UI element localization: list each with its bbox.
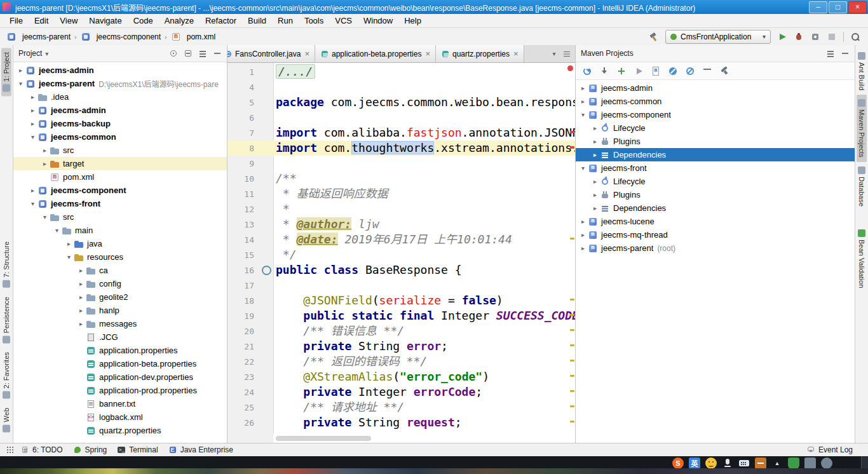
show-desktop-button[interactable] xyxy=(861,456,868,468)
menu-help[interactable]: Help xyxy=(398,16,427,25)
maven-tree-item-plugins[interactable]: ▸Plugins xyxy=(576,188,855,201)
code-line-16[interactable]: 16public class BaseResponse { xyxy=(227,262,575,278)
code-line-19[interactable]: 19 public static final Integer SUCCESS_C… xyxy=(227,308,575,323)
microphone-icon[interactable] xyxy=(722,457,733,469)
project-tree-item-jeecms-admin[interactable]: ▸jeecms-admin xyxy=(13,104,227,117)
menu-vcs[interactable]: VCS xyxy=(329,16,358,25)
code-line-18[interactable]: 18 @JSONField(serialize = false) xyxy=(227,293,575,308)
status-item-java-enterprise[interactable]: Java Enterprise xyxy=(168,445,233,454)
network-icon[interactable] xyxy=(804,457,816,469)
chevron-collapsed-icon[interactable]: ▸ xyxy=(590,138,600,145)
project-tree-item-idea[interactable]: ▸.idea xyxy=(13,90,227,104)
emoji-icon[interactable] xyxy=(705,457,717,469)
breadcrumb-jeecms-parent[interactable]: jeecms-parent xyxy=(6,32,71,42)
tool-window-switcher-icon[interactable] xyxy=(6,446,14,454)
maven-tree-item-jeecms-component[interactable]: ▾jeecms-component xyxy=(576,108,855,121)
menu-analyze[interactable]: Analyze xyxy=(159,16,200,25)
code-line-10[interactable]: 10/** xyxy=(227,171,575,186)
chevron-collapsed-icon[interactable]: ▸ xyxy=(578,98,588,105)
chevron-expanded-icon[interactable]: ▾ xyxy=(40,213,50,220)
chevron-collapsed-icon[interactable]: ▸ xyxy=(590,178,600,185)
project-tree-item-jeecms-parent[interactable]: ▾jeecms-parentD:\jeecmsX1\后端源码\jeecms-pa… xyxy=(13,77,227,90)
menu-refactor[interactable]: Refactor xyxy=(200,16,242,25)
run-button[interactable] xyxy=(777,32,787,42)
code-line-5[interactable]: 5package com.jeecms.common.weibo.bean.re… xyxy=(227,95,575,110)
chevron-expanded-icon[interactable]: ▾ xyxy=(52,227,62,234)
chevron-expanded-icon[interactable]: ▾ xyxy=(28,133,37,140)
chevron-collapsed-icon[interactable]: ▸ xyxy=(28,187,37,194)
maven-tree-item-jeecms-admin[interactable]: ▸jeecms-admin xyxy=(576,81,855,95)
tool-button-2-favorites[interactable]: 2: Favorites xyxy=(1,348,11,403)
chevron-collapsed-icon[interactable]: ▸ xyxy=(28,120,37,127)
download-sources-icon[interactable] xyxy=(599,65,610,77)
chevron-expanded-icon[interactable]: ▾ xyxy=(16,80,25,87)
warning-stripe-mark[interactable] xyxy=(570,390,574,392)
menu-view[interactable]: View xyxy=(54,16,83,25)
breadcrumb-jeecms-component[interactable]: jeecms-component xyxy=(81,32,161,42)
project-tree-item-jeecms-component[interactable]: ▸jeecms-component xyxy=(13,184,227,197)
collapse-all-icon[interactable] xyxy=(184,49,193,58)
project-tree-item-application-properties[interactable]: application.properties xyxy=(13,344,227,357)
code-line-24[interactable]: 24 private Integer errorCode; xyxy=(227,384,575,400)
chevron-collapsed-icon[interactable]: ▸ xyxy=(578,85,588,91)
tool-button-web[interactable]: Web xyxy=(1,403,11,437)
project-tree-item-resources[interactable]: ▾resources xyxy=(13,250,227,264)
coverage-button[interactable] xyxy=(810,32,820,42)
code-line-11[interactable]: 11 * 基础返回响应数据 xyxy=(227,186,575,201)
show-goal-icon[interactable] xyxy=(650,65,661,77)
code-line-15[interactable]: 15 */ xyxy=(227,247,575,262)
keyboard-icon[interactable] xyxy=(738,457,750,469)
status-item-terminal[interactable]: Terminal xyxy=(117,445,158,454)
code-editor[interactable]: 1/.../45package com.jeecms.common.weibo.… xyxy=(227,63,575,443)
chevron-collapsed-icon[interactable]: ▸ xyxy=(590,205,600,212)
code-line-22[interactable]: 22 /** 返回的错误码 **/ xyxy=(227,354,575,369)
english-mode-icon[interactable]: 英 xyxy=(689,457,700,469)
editor-tab-application-beta-properties[interactable]: application-beta.properties× xyxy=(315,45,436,62)
add-maven-project-icon[interactable] xyxy=(616,65,627,77)
tool-button-bean-validation[interactable]: Bean Validation xyxy=(857,225,867,292)
code-line-17[interactable]: 17 xyxy=(227,278,575,293)
warning-stripe-mark[interactable] xyxy=(570,238,574,240)
code-line-6[interactable]: 6 xyxy=(227,110,575,125)
code-line-4[interactable]: 4 xyxy=(227,79,575,95)
code-line-13[interactable]: 13 * @author: ljw xyxy=(227,217,575,232)
warning-stripe-mark[interactable] xyxy=(570,405,574,407)
code-line-23[interactable]: 23 @XStreamAlias("error_code") xyxy=(227,369,575,384)
search-everywhere-icon[interactable] xyxy=(850,32,860,42)
project-tree-item-java[interactable]: ▸java xyxy=(13,237,227,250)
build-hammer-icon[interactable] xyxy=(649,32,659,42)
maven-tree-item-jeecms-parent[interactable]: ▸jeecms-parent(root) xyxy=(576,241,855,255)
status-item-spring[interactable]: Spring xyxy=(73,445,107,454)
toolbox-icon[interactable] xyxy=(755,457,766,469)
tool-button-ant-build[interactable]: Ant Build xyxy=(857,48,867,95)
warning-stripe-mark[interactable] xyxy=(570,360,574,362)
run-config-select[interactable]: CmsFrontApplication ▾ xyxy=(665,30,771,44)
menu-file[interactable]: File xyxy=(4,16,29,25)
project-tree-item-geolite2[interactable]: ▸geolite2 xyxy=(13,290,227,304)
menu-navigate[interactable]: Navigate xyxy=(83,16,127,25)
maven-tree-item-jeecms-common[interactable]: ▸jeecms-common xyxy=(576,95,855,108)
minimize-button[interactable]: – xyxy=(809,1,827,13)
code-line-21[interactable]: 21 private String error; xyxy=(227,339,575,354)
project-tree-item-ca[interactable]: ▸ca xyxy=(13,264,227,277)
settings-icon[interactable] xyxy=(198,49,207,58)
tray-expand-icon[interactable]: ▴ xyxy=(771,457,783,469)
stop-button[interactable] xyxy=(827,32,837,42)
maven-settings-icon[interactable] xyxy=(719,65,730,77)
project-tree-item-src[interactable]: ▸src xyxy=(13,144,227,157)
chevron-collapsed-icon[interactable]: ▸ xyxy=(590,125,600,132)
run-goal-icon[interactable] xyxy=(633,65,644,77)
chevron-collapsed-icon[interactable]: ▸ xyxy=(16,67,25,74)
chevron-down-icon[interactable]: ▾ xyxy=(45,50,48,57)
sogou-icon[interactable]: S xyxy=(672,457,684,469)
settings-icon[interactable] xyxy=(826,49,835,58)
hidden-tabs-icon[interactable]: ▾ xyxy=(550,50,559,58)
chevron-collapsed-icon[interactable]: ▸ xyxy=(578,218,588,225)
project-tree-item-messages[interactable]: ▸messages xyxy=(13,317,227,330)
warning-stripe-mark[interactable] xyxy=(570,375,574,377)
menu-code[interactable]: Code xyxy=(128,16,159,25)
tool-button-database[interactable]: Database xyxy=(857,162,867,211)
tab-close-icon[interactable]: × xyxy=(304,49,309,58)
error-stripe-mark[interactable] xyxy=(570,131,574,133)
tool-button-persistence[interactable]: Persistence xyxy=(1,292,11,348)
